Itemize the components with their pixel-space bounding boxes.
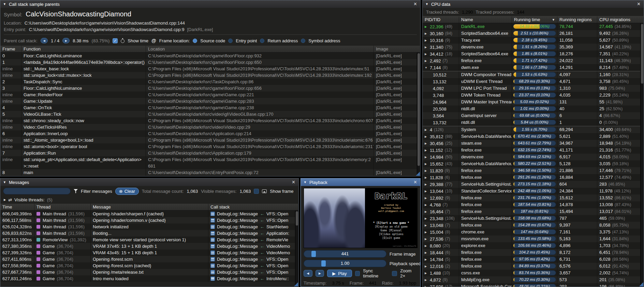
expand-arrow-icon[interactable]: ▶ [425,236,428,242]
radio-symbol-address[interactable] [301,39,305,43]
process-row[interactable]: ▶8,080(20)explorer.exe105.66 ms (0.46%)4… [423,242,644,249]
expand-arrow-icon[interactable]: ▶ [425,188,428,195]
expand-arrow-icon[interactable]: ▶ [425,202,428,208]
callstack-list-icon[interactable] [210,270,215,274]
callstack-row[interactable]: inlinestd::_Mutex_base::lockC:\Program F… [0,66,420,72]
playback-speed-slider[interactable]: 1.00 [304,260,386,267]
expand-arrow-icon[interactable]: ▶ [425,127,428,133]
process-row[interactable]: 3,564GameInput server69.68 us (0.00%)64(… [423,112,644,119]
radio-source-code[interactable] [193,39,197,43]
expand-arrow-icon[interactable]: ▶ [425,133,428,140]
close-icon[interactable]: × [636,1,641,7]
messages-scrollbar[interactable] [295,211,298,287]
process-row[interactable]: ▶15,652(43)ServiceHub.DataWarehouseHost.… [423,160,644,167]
callstack-list-icon[interactable] [210,212,215,216]
process-row[interactable]: 3,748DWM Token Thread23.37 ms (0.10%)4,0… [423,92,644,99]
collapse-icon[interactable]: ▼ [425,2,428,6]
expand-arrow-icon[interactable]: ▶ [425,243,428,249]
expand-arrow-icon[interactable]: ▶ [425,181,428,188]
resize-grip[interactable] [294,282,298,286]
cpu-titlebar[interactable]: ▼ CPU data × [423,0,644,8]
process-row[interactable]: ▶14,984(50)devenv.exe584.69 ms (2.53%)6,… [423,154,644,160]
process-row[interactable]: 20,508ntdll.dll1.01 ms (0.00%)4025(62.50… [423,105,644,112]
radio-entry-point-label[interactable]: Entry point [236,38,257,43]
process-row[interactable]: ▶13,048(7)firefox.exe154.28 ms (0.67%)9,… [423,222,644,229]
callstack-row[interactable]: 0Floor::CalcLightNoLuminanceC:\Users\wol… [0,53,420,59]
callstack-list-icon[interactable] [210,218,215,223]
show-frame-checkbox[interactable] [254,189,259,194]
expand-arrow-icon[interactable]: ▶ [425,44,428,51]
column-header-name[interactable]: Name [459,16,512,23]
process-row[interactable]: ▶1,488(10)csrss.exe83.74 ms (0.36%)3,657… [423,270,644,276]
expand-arrow-icon[interactable]: ▶ [425,256,428,263]
close-icon[interactable]: × [291,180,296,185]
process-row[interactable]: ▶10,316(9)Tracy.exe2.18 s (9.45%)11,0585… [423,37,644,44]
expand-arrow-icon[interactable]: ▶ [425,147,428,154]
expand-arrow-icon[interactable]: ▶ [425,277,428,283]
callstack-list-icon[interactable] [210,257,215,261]
next-callstack-button[interactable]: ▶ [62,38,70,43]
expand-arrow-icon[interactable]: ▶ [425,215,428,222]
frame-slider-handle[interactable] [311,251,316,257]
expand-arrow-icon[interactable]: ▶ [425,263,428,270]
step-forward-button[interactable]: ▶ [316,270,324,277]
column-header-running-time[interactable]: Running time▼ [512,16,557,23]
callstack-row[interactable]: 5VideoGLBase::TickC:\Users\wolf\Desktop\… [0,111,420,117]
process-row[interactable]: ▶12,692(9)firefox.exe231.76 ms (1.00%)15… [423,195,644,201]
callstack-list-icon[interactable] [210,250,215,255]
filter-input[interactable] [3,188,71,195]
process-row[interactable]: ▶34,412(18)ScriptedSandbox64.exe1.85 s (… [423,51,644,57]
callstack-row[interactable]: inlineGame::RenderFloorC:\Users\wolf\Des… [0,91,420,98]
process-row[interactable]: ▶27,696(17)Microsoft.ServiceHub.Controll… [423,283,644,287]
expand-arrow-icon[interactable]: ▶ [425,209,428,215]
callstack-titlebar[interactable]: ▼ Call stack sample parents × [0,0,420,8]
message-row[interactable]: 627,831,246nsGame(36,704)Intro menu load… [0,275,298,282]
process-row[interactable]: ▶4,768(7)firefox.exe187.54 ms (0.81%)14,… [423,201,644,208]
resize-grip[interactable] [639,282,643,286]
process-row[interactable]: ▶30,456(25)steam.exe643.61 ms (2.79%)34,… [423,140,644,147]
callstack-scrollbar[interactable] [417,53,420,176]
callstack-row[interactable]: 8mainC:\Users\wolf\Desktop\darkrl\src\En… [0,169,420,176]
process-row[interactable]: ▶11,152(12)firefox.exe632.15 ms (2.74%)4… [423,147,644,154]
callstack-list-icon[interactable] [210,225,215,229]
expand-arrow-icon[interactable]: ▶ [4,198,6,201]
show-time-checkbox[interactable]: ✓ [113,38,118,43]
process-row[interactable]: ▶12,016(2)firefox.exe84.89 ms (0.37%)6,5… [423,263,644,270]
expand-arrow-icon[interactable]: ▶ [425,222,428,229]
expand-arrow-icon[interactable]: ▶ [425,249,428,256]
expand-arrow-icon[interactable]: ▶ [425,51,428,57]
visible-threads-label[interactable]: Visible threads: [14,197,45,202]
expand-arrow-icon[interactable]: ▶ [425,37,428,44]
expand-arrow-icon[interactable]: ▶ [425,30,428,37]
scrollbar-thumb[interactable] [641,24,643,84]
process-row[interactable]: ▶18,444(6)firefox.exe104.2 ms (0.45%)8,1… [423,249,644,256]
close-icon[interactable]: × [413,180,418,185]
process-row[interactable]: ▶31,340(75)devenv.exe1.91 s (8.26%)35,36… [423,44,644,51]
step-back-button[interactable]: ◀ [304,270,312,277]
callstack-list-icon[interactable] [210,276,215,281]
callstack-row[interactable]: inlinestd::unique_lock<std::mutex>::lock… [0,72,420,78]
message-row[interactable]: 627,380,356nsGame(36,704)VRAM 37x45: 13 … [0,243,298,249]
process-row[interactable]: ▼7,144(8)dwm.exe1.66 s (7.18%)14,2918,21… [423,64,644,71]
callstack-row[interactable]: 6Application::InnerLoopC:\Users\wolf\Des… [0,130,420,137]
cpu-scrollbar[interactable] [640,23,644,287]
message-row[interactable]: 606,049,398nsMain thread(31,596)Opening … [0,211,298,217]
expand-arrow-icon[interactable]: ▼ [425,64,428,71]
process-row[interactable]: 10,512DWM Compositor Thread1.53 s (6.63%… [423,71,644,78]
messages-titlebar[interactable]: ▼ Messages × [0,178,298,186]
radio-return-address[interactable] [260,39,264,43]
callstack-row[interactable]: inlineinvoke_maind:\agent\_work\63\s\src… [0,176,420,176]
process-row[interactable]: ▶29,388(77)ServiceHub.SettingsHost.exe27… [423,181,644,188]
message-row[interactable]: 627,399,326nsGame(36,704)VRAM 43x45: 15 … [0,249,298,256]
column-header-running-regions[interactable]: Running regions [557,16,597,23]
process-row[interactable]: ▶16,464(7)firefox.exe187 ms (0.81%)15,49… [423,208,644,215]
callstack-list-icon[interactable] [210,238,215,242]
callstack-row[interactable]: inlinestd::chrono::steady_clock::nowC:\P… [0,117,420,124]
process-row[interactable]: ▶15,004(8)chrome.exe147 ms (0.64%)7,1613… [423,229,644,235]
process-row[interactable]: ▶14,784(5)firefox.exe97.95 ms (0.42%)6,7… [423,256,644,263]
radio-symbol-address-label[interactable]: Symbol address [308,38,340,43]
scrollbar-thumb[interactable] [296,211,298,226]
message-row[interactable]: 627,313,190nsRemoteView(31,392)Remote vi… [0,236,298,243]
message-row[interactable]: 626,833,622nsMain thread(31,596)Booting.… [0,230,298,236]
callstack-list-icon[interactable] [210,244,215,248]
